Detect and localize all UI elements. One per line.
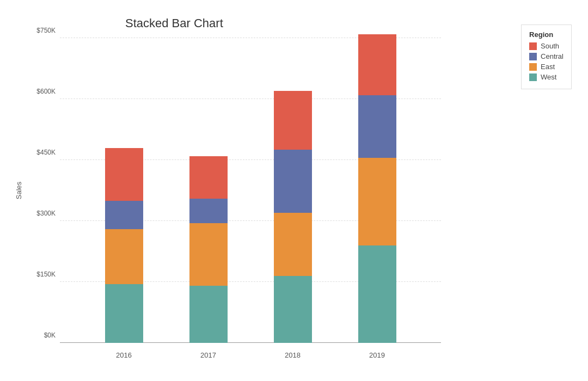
bar-segment-south	[358, 34, 396, 95]
legend-swatch-central	[529, 53, 537, 60]
y-tick-label: $450K	[36, 149, 56, 156]
chart-title: Stacked Bar Chart	[125, 16, 223, 30]
legend: Region SouthCentralEastWest	[521, 24, 572, 89]
x-axis-label: 2019	[369, 351, 385, 359]
bar-segment-south	[189, 156, 228, 199]
bar-segment-south	[274, 91, 312, 150]
bar-segment-east	[358, 158, 396, 245]
legend-swatch-south	[529, 42, 537, 50]
bar-group: 2018	[274, 91, 312, 343]
legend-label-west: West	[541, 73, 556, 81]
legend-label-south: South	[541, 42, 559, 50]
bar-segment-central	[105, 201, 143, 229]
bar-segment-central	[189, 199, 228, 223]
chart-area: $0K$150K$300K$450K$600K$750K201620172018…	[60, 38, 441, 343]
bar-segment-central	[274, 150, 312, 213]
y-tick-label: $300K	[36, 210, 56, 217]
bar-segment-central	[358, 95, 396, 158]
legend-swatch-east	[529, 63, 537, 71]
legend-item-east: East	[529, 63, 564, 71]
x-axis-label: 2016	[116, 351, 132, 359]
legend-swatch-west	[529, 73, 537, 81]
legend-item-west: West	[529, 73, 564, 81]
bars-group: 2016201720182019	[60, 38, 441, 343]
bar-segment-east	[274, 213, 312, 276]
bar-group: 2019	[358, 34, 396, 343]
bar-segment-east	[105, 229, 143, 284]
bar-segment-west	[358, 245, 396, 343]
y-tick-label: $600K	[36, 88, 56, 95]
y-tick-label: $150K	[36, 271, 56, 278]
bar-group: 2017	[189, 156, 228, 343]
chart-container: Stacked Bar Chart Sales $0K$150K$300K$45…	[0, 0, 588, 381]
legend-item-central: Central	[529, 52, 564, 60]
bar-segment-west	[274, 276, 312, 343]
bar-segment-west	[189, 286, 228, 343]
bar-segment-east	[189, 223, 228, 286]
y-tick-label: $0K	[44, 331, 56, 339]
legend-item-south: South	[529, 42, 564, 50]
y-tick-label: $750K	[36, 27, 56, 34]
y-axis-label: Sales	[15, 182, 23, 200]
x-axis-label: 2018	[285, 351, 301, 359]
legend-title: Region	[529, 30, 564, 39]
bar-group: 2016	[105, 148, 143, 343]
x-axis-label: 2017	[200, 351, 216, 359]
bar-segment-west	[105, 284, 143, 343]
legend-label-central: Central	[541, 52, 564, 60]
legend-label-east: East	[541, 63, 555, 71]
bar-segment-south	[105, 148, 143, 201]
